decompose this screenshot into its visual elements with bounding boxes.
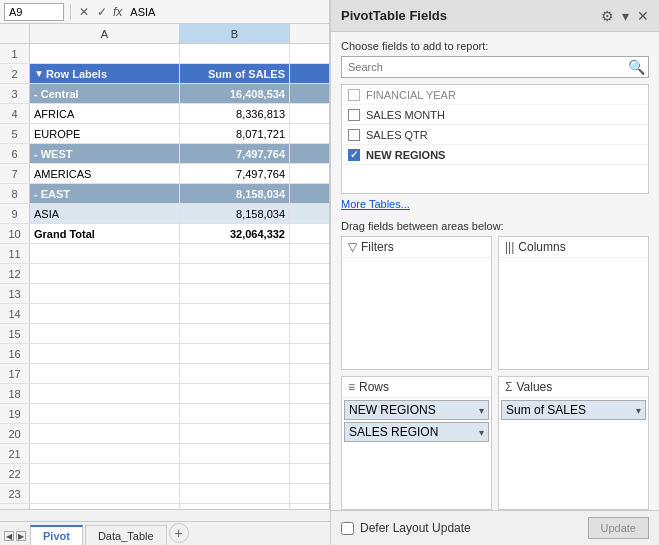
table-row[interactable]: 7 AMERICAS7,497,764 [0,164,329,184]
cell-a[interactable] [30,464,180,483]
values-zone-body[interactable]: Sum of SALES ▾ [499,398,648,509]
close-icon[interactable]: ✕ [637,8,649,24]
row-item-new-regions[interactable]: NEW REGIONS ▾ [344,400,489,420]
cell-b[interactable]: Sum of SALES [180,64,290,83]
table-row[interactable]: 19 [0,404,329,424]
cell-a[interactable]: - Central [30,84,180,103]
cell-a[interactable] [30,264,180,283]
filters-zone-body[interactable] [342,258,491,369]
cell-b[interactable] [180,364,290,383]
fields-list[interactable]: FINANCIAL YEARSALES MONTHSALES QTR✓NEW R… [341,84,649,194]
cell-a[interactable]: EUROPE [30,124,180,143]
table-row[interactable]: 23 [0,484,329,504]
field-checkbox[interactable] [348,109,360,121]
cell-b[interactable] [180,344,290,363]
table-row[interactable]: 6- WEST7,497,764 [0,144,329,164]
value-item-sum-of-sales[interactable]: Sum of SALES ▾ [501,400,646,420]
cell-b[interactable] [180,284,290,303]
table-row[interactable]: 11 [0,244,329,264]
cell-a[interactable] [30,344,180,363]
filters-zone[interactable]: ▽ Filters [341,236,492,370]
confirm-formula-icon[interactable]: ✓ [95,5,109,19]
rows-zone[interactable]: ≡ Rows NEW REGIONS ▾ SALES REGION ▾ [341,376,492,510]
cell-b[interactable] [180,424,290,443]
field-checkbox[interactable] [348,89,360,101]
cell-a[interactable] [30,484,180,503]
tab-pivot[interactable]: Pivot [30,525,83,545]
table-row[interactable]: 1 [0,44,329,64]
settings-icon[interactable]: ⚙ [601,8,614,24]
table-row[interactable]: 10Grand Total32,064,332 [0,224,329,244]
table-row[interactable]: 15 [0,324,329,344]
row-item-sales-region-arrow[interactable]: ▾ [479,427,484,438]
table-row[interactable]: 18 [0,384,329,404]
cell-b[interactable] [180,484,290,503]
cell-b[interactable]: 8,071,721 [180,124,290,143]
cell-a[interactable]: Grand Total [30,224,180,243]
list-item[interactable]: FINANCIAL YEAR [342,85,648,105]
tab-nav-right[interactable]: ▶ [16,531,26,541]
cell-b[interactable] [180,464,290,483]
row-item-new-regions-arrow[interactable]: ▾ [479,405,484,416]
cell-a[interactable] [30,324,180,343]
defer-checkbox[interactable] [341,522,354,535]
cell-a[interactable] [30,284,180,303]
table-row[interactable]: 13 [0,284,329,304]
columns-zone[interactable]: ||| Columns [498,236,649,370]
cell-a[interactable] [30,384,180,403]
cell-a[interactable]: ▼Row Labels [30,64,180,83]
table-row[interactable]: 20 [0,424,329,444]
cell-b[interactable]: 32,064,332 [180,224,290,243]
more-tables-link[interactable]: More Tables... [331,194,659,214]
tab-add-button[interactable]: + [169,523,189,543]
cell-b[interactable] [180,44,290,63]
cell-a[interactable]: AFRICA [30,104,180,123]
dropdown-arrow-icon[interactable]: ▾ [622,8,629,24]
table-row[interactable]: 12 [0,264,329,284]
cell-a[interactable] [30,444,180,463]
cancel-formula-icon[interactable]: ✕ [77,5,91,19]
cell-a[interactable] [30,44,180,63]
cell-b[interactable]: 7,497,764 [180,164,290,183]
row-item-sales-region[interactable]: SALES REGION ▾ [344,422,489,442]
cell-a[interactable] [30,364,180,383]
cell-a[interactable]: AMERICAS [30,164,180,183]
cell-b[interactable]: 8,158,034 [180,204,290,223]
table-row[interactable]: 5 EUROPE8,071,721 [0,124,329,144]
cell-b[interactable] [180,384,290,403]
cell-b[interactable] [180,244,290,263]
list-item[interactable]: SALES MONTH [342,105,648,125]
field-checkbox[interactable] [348,129,360,141]
list-item[interactable]: ✓NEW REGIONS [342,145,648,165]
table-row[interactable]: 22 [0,464,329,484]
table-row[interactable]: 4 AFRICA8,336,813 [0,104,329,124]
cell-b[interactable] [180,264,290,283]
cell-reference-box[interactable] [4,3,64,21]
cell-b[interactable] [180,304,290,323]
cell-a[interactable]: - WEST [30,144,180,163]
horizontal-scrollbar[interactable] [0,509,330,521]
cell-b[interactable]: 8,336,813 [180,104,290,123]
cell-a[interactable] [30,404,180,423]
values-zone[interactable]: Σ Values Sum of SALES ▾ [498,376,649,510]
columns-zone-body[interactable] [499,258,648,369]
table-row[interactable]: 2▼Row LabelsSum of SALES [0,64,329,84]
cell-b[interactable]: 8,158,034 [180,184,290,203]
table-row[interactable]: 21 [0,444,329,464]
cell-a[interactable]: ASIA [30,204,180,223]
cell-b[interactable] [180,404,290,423]
tab-data-table[interactable]: Data_Table [85,525,167,545]
cell-a[interactable] [30,304,180,323]
col-header-b[interactable]: B [180,24,290,43]
cell-b[interactable] [180,324,290,343]
update-button[interactable]: Update [588,517,649,539]
cell-a[interactable] [30,244,180,263]
search-icon[interactable]: 🔍 [628,59,645,75]
tab-nav-left[interactable]: ◀ [4,531,14,541]
cell-a[interactable]: - EAST [30,184,180,203]
search-input[interactable] [341,56,649,78]
table-row[interactable]: 8- EAST8,158,034 [0,184,329,204]
table-row[interactable]: 17 [0,364,329,384]
cell-b[interactable] [180,444,290,463]
cell-b[interactable]: 16,408,534 [180,84,290,103]
